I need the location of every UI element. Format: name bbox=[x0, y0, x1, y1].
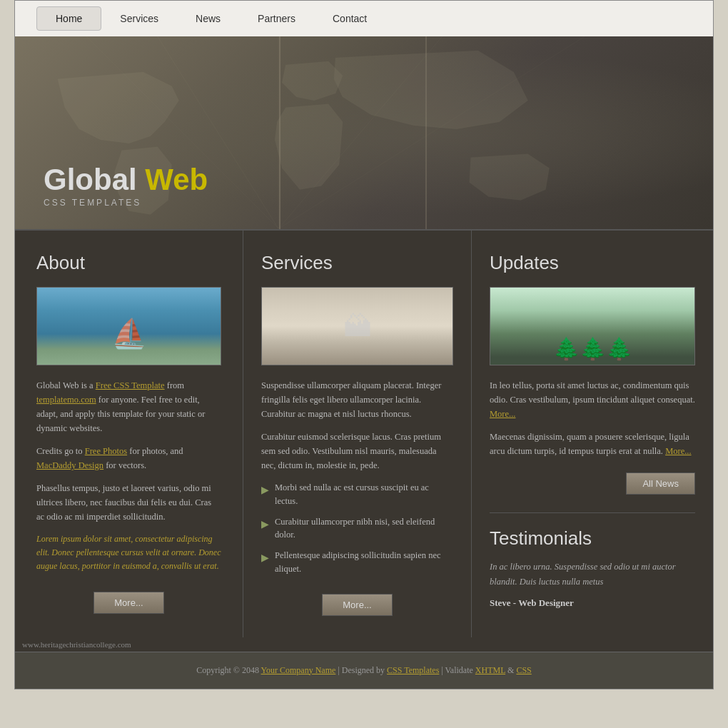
services-bullet-list: ▶ Morbi sed nulla ac est cursus suscipit… bbox=[261, 481, 453, 576]
footer-company-link[interactable]: Your Company Name bbox=[261, 665, 336, 675]
updates-more-link-2[interactable]: More... bbox=[665, 446, 691, 456]
bullet-icon-2: ▶ bbox=[261, 517, 269, 542]
services-title: Services bbox=[261, 252, 453, 274]
title-black: Global bbox=[44, 163, 145, 196]
testimonials-title: Testimonials bbox=[490, 512, 695, 550]
updates-title: Updates bbox=[490, 252, 695, 274]
about-para3: Phasellus tempus, justo et laoreet variu… bbox=[36, 481, 221, 524]
list-item: ▶ Curabitur ullamcorper nibh nisi, sed e… bbox=[261, 515, 453, 542]
testimonial-quote: In ac libero urna. Suspendisse sed odio … bbox=[490, 560, 695, 590]
services-more-wrap: More... bbox=[261, 587, 453, 616]
about-more-button[interactable]: More... bbox=[93, 592, 163, 614]
footer-divider1: | Designed by bbox=[338, 665, 387, 675]
footer-copyright: Copyright © 2048 bbox=[196, 665, 261, 675]
about-column: About Global Web is a Free CSS Template … bbox=[15, 231, 243, 637]
nav-home[interactable]: Home bbox=[36, 6, 101, 31]
main-content: About Global Web is a Free CSS Template … bbox=[15, 229, 713, 637]
footer-amp: & bbox=[507, 665, 516, 675]
footer-divider2: | Validate bbox=[441, 665, 475, 675]
about-para1: Global Web is a Free CSS Template from t… bbox=[36, 378, 221, 435]
snow-image bbox=[262, 288, 453, 365]
list-item: ▶ Pellentesque adipiscing sollicitudin s… bbox=[261, 549, 453, 576]
bullet-text-2: Curabitur ullamcorper nibh nisi, sed ele… bbox=[275, 515, 453, 542]
about-para2: Credits go to Free Photos for photos, an… bbox=[36, 444, 221, 472]
bullet-text-3: Pellentesque adipiscing sollicitudin sap… bbox=[275, 549, 453, 576]
trees-image bbox=[490, 288, 694, 365]
free-photos-link[interactable]: Free Photos bbox=[85, 446, 127, 456]
site-footer: Copyright © 2048 Your Company Name | Des… bbox=[15, 652, 713, 689]
nav-partners[interactable]: Partners bbox=[239, 7, 314, 30]
nav-services[interactable]: Services bbox=[101, 7, 177, 30]
bullet-text-1: Morbi sed nulla ac est cursus suscipit e… bbox=[275, 481, 453, 508]
services-para1: Suspendisse ullamcorper aliquam placerat… bbox=[261, 378, 453, 421]
list-item: ▶ Morbi sed nulla ac est cursus suscipit… bbox=[261, 481, 453, 508]
services-para2: Curabitur euismod scelerisque lacus. Cra… bbox=[261, 430, 453, 472]
services-more-button[interactable]: More... bbox=[322, 594, 392, 616]
boat-image bbox=[37, 288, 221, 365]
bullet-icon-3: ▶ bbox=[261, 550, 269, 576]
about-title: About bbox=[36, 252, 221, 274]
macdaddy-link[interactable]: MacDaddy Design bbox=[36, 460, 103, 470]
updates-para1: In leo tellus, porta sit amet luctus ac,… bbox=[490, 378, 695, 421]
footer-watermark: www.heritagechristiancollege.com bbox=[15, 637, 713, 652]
services-image bbox=[261, 287, 453, 365]
site-header: Global Web CSS Templates bbox=[15, 36, 713, 229]
about-italic: Lorem ipsum dolor sit amet, consectetur … bbox=[36, 532, 221, 574]
about-more-wrap: More... bbox=[36, 585, 221, 614]
free-css-link[interactable]: Free CSS Template bbox=[96, 380, 165, 390]
templatemo-link[interactable]: templatemo.com bbox=[36, 395, 96, 405]
about-image bbox=[36, 287, 221, 365]
title-yellow: Web bbox=[145, 163, 208, 196]
bullet-icon-1: ▶ bbox=[261, 482, 269, 508]
updates-more-link-1[interactable]: More... bbox=[490, 409, 515, 419]
footer-css-link[interactable]: CSS Templates bbox=[387, 665, 439, 675]
updates-image bbox=[490, 287, 695, 365]
services-column: Services Suspendisse ullamcorper aliquam… bbox=[243, 231, 472, 637]
testimonial-author: Steve - Web Designer bbox=[490, 597, 695, 609]
site-tagline: CSS Templates bbox=[44, 198, 208, 208]
updates-column: Updates In leo tellus, porta sit amet lu… bbox=[472, 231, 713, 637]
site-branding: Global Web CSS Templates bbox=[44, 165, 208, 208]
footer-css-validate-link[interactable]: CSS bbox=[516, 665, 531, 675]
nav-contact[interactable]: Contact bbox=[314, 7, 385, 30]
footer-xhtml-link[interactable]: XHTML bbox=[475, 665, 505, 675]
navigation: Home Services News Partners Contact bbox=[15, 1, 713, 36]
all-news-button[interactable]: All News bbox=[626, 472, 695, 495]
updates-para2: Maecenas dignissim, quam a posuere scele… bbox=[490, 430, 695, 458]
nav-news[interactable]: News bbox=[177, 7, 239, 30]
